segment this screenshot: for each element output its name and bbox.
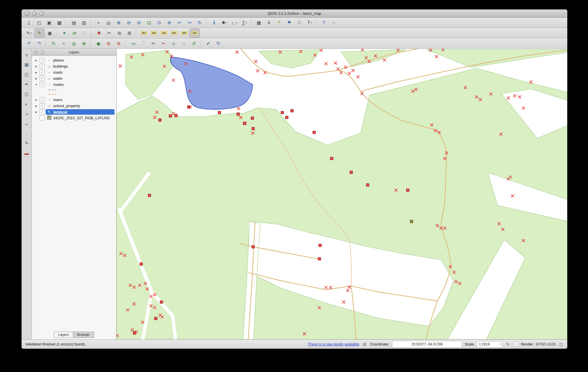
new-shapefile-layer-button[interactable]: ✎ xyxy=(23,140,31,147)
remove-layer-button[interactable]: ▬ xyxy=(23,149,31,157)
zoom-out-button[interactable]: ⊖ xyxy=(124,18,134,27)
delete-ring-button[interactable]: ⊘ xyxy=(104,39,113,48)
layer-item-school_property[interactable]: ▶✓▱school_property xyxy=(32,103,116,109)
layer-item-routes[interactable]: ▼✓~routes xyxy=(32,81,116,88)
delete-selected-button[interactable]: ✖ xyxy=(94,29,104,37)
detach-panel-button[interactable]: ○ xyxy=(40,50,45,55)
expander-icon[interactable]: ▶ xyxy=(34,105,38,107)
rotate-point-symbols-button[interactable]: ↺ xyxy=(189,39,199,48)
layer-visibility-checkbox[interactable]: ✓ xyxy=(40,97,45,102)
reshape-features-button[interactable]: ↝ xyxy=(128,39,138,48)
identify-features-button[interactable]: ℹ xyxy=(209,18,219,27)
add-postgis-layer-button[interactable]: ◫ xyxy=(23,71,31,78)
save-project-as-button[interactable]: ▩ xyxy=(55,18,64,27)
expander-icon[interactable]: ▶ xyxy=(34,77,38,80)
redo-button[interactable]: ↷ xyxy=(34,39,44,48)
layer-visibility-checkbox[interactable]: ✓ xyxy=(40,82,45,87)
refresh-button[interactable]: ↻ xyxy=(214,39,223,48)
layer-item-3420C_2010_327_RGB_LATLNG[interactable]: 3420C_2010_327_RGB_LATLNG xyxy=(32,115,116,121)
add-wcs-layer-button[interactable]: ◑ xyxy=(23,110,31,118)
expander-icon[interactable]: ▶ xyxy=(34,65,38,68)
zoom-full-extent-button[interactable]: ⊡ xyxy=(144,18,154,27)
zoom-to-layer-button[interactable]: ⊚ xyxy=(164,18,174,27)
close-panel-button[interactable]: × xyxy=(34,50,38,55)
paste-features-button[interactable]: ⊞ xyxy=(125,29,134,37)
merge-attributes-button[interactable]: ∩ xyxy=(179,39,188,48)
zoom-in-button[interactable]: ⊕ xyxy=(114,18,123,27)
plugin-manager-icon[interactable]: ⊞ xyxy=(362,341,367,347)
labeling-button[interactable]: abc xyxy=(139,29,149,37)
expander-icon[interactable]: ▶ xyxy=(34,71,38,74)
simplify-feature-button[interactable]: ≈ xyxy=(59,39,69,48)
add-vector-layer-button[interactable]: V xyxy=(23,51,31,59)
field-calculator-button[interactable]: # xyxy=(264,18,274,27)
layer-visibility-checkbox[interactable]: ✓ xyxy=(40,64,45,69)
save-layer-edits-button[interactable]: ▣ xyxy=(45,29,55,37)
offset-curve-button[interactable]: ⌒ xyxy=(138,39,148,48)
move-feature-button[interactable]: ⇄ xyxy=(70,29,79,37)
text-annotation-button[interactable]: T▾ xyxy=(305,18,314,27)
zoom-last-button[interactable]: ↩ xyxy=(175,18,184,27)
layer-item-buildings[interactable]: ▶✓▱buildings xyxy=(32,63,116,69)
zoom-window-button[interactable] xyxy=(39,11,44,16)
layer-item-water[interactable]: ▶✓▱water xyxy=(32,75,116,81)
label-move-button[interactable]: abc xyxy=(169,29,179,37)
expander-icon[interactable]: ▶ xyxy=(34,98,38,101)
zoom-next-button[interactable]: ↪ xyxy=(185,18,194,27)
attribute-table-button[interactable]: ▦ xyxy=(254,18,264,27)
label-pin-button[interactable]: abc xyxy=(149,29,159,37)
current-edits-button[interactable]: ✎▾ xyxy=(24,29,34,37)
layer-visibility-checkbox[interactable]: ✓ xyxy=(40,58,45,63)
map-canvas[interactable] xyxy=(117,49,567,339)
show-bookmarks-button[interactable]: ⚐ xyxy=(295,18,304,27)
add-wms-layer-button[interactable]: ◐ xyxy=(23,100,31,108)
copy-features-button[interactable]: ⧉ xyxy=(114,29,124,37)
add-mssql-layer-button[interactable]: ◫ xyxy=(23,90,31,98)
label-show-hide-button[interactable]: abc xyxy=(159,29,169,37)
map-tips-button[interactable]: ❝ xyxy=(274,18,284,27)
new-bookmark-button[interactable]: ⚑ xyxy=(284,18,294,27)
tab-layers[interactable]: Layers xyxy=(54,332,73,338)
split-features-button[interactable]: ✂ xyxy=(149,39,158,48)
label-rotate-button[interactable]: abc xyxy=(180,29,189,37)
add-wfs-layer-button[interactable]: ◒ xyxy=(23,120,31,127)
close-window-button[interactable] xyxy=(25,11,29,16)
expander-icon[interactable]: ▶ xyxy=(34,111,38,114)
layer-visibility-checkbox[interactable]: ✓ xyxy=(40,103,45,108)
help-contents-button[interactable]: ? xyxy=(319,18,329,27)
open-project-button[interactable]: ◰ xyxy=(34,18,44,27)
label-properties-button[interactable]: abc xyxy=(190,29,200,38)
expander-icon[interactable]: ▶ xyxy=(34,59,38,62)
rotate-feature-button[interactable]: ↻ xyxy=(49,39,58,48)
layer-item-roads[interactable]: ▶✓~roads xyxy=(32,69,116,75)
new-project-button[interactable]: ▯ xyxy=(24,18,34,27)
zoom-actual-size-button[interactable]: ⊜ xyxy=(134,18,144,27)
pan-map-button[interactable]: ⌖ xyxy=(94,18,103,27)
toggle-editing-button[interactable]: ✎ xyxy=(34,29,45,38)
measure-button[interactable]: ∟▾ xyxy=(230,18,239,27)
scale-edit-icon[interactable]: ✎ xyxy=(505,341,511,347)
delete-part-button[interactable]: ⊖ xyxy=(114,39,123,48)
layer-visibility-checkbox[interactable]: ✓ xyxy=(40,76,45,81)
new-print-composer-button[interactable]: ▤ xyxy=(69,18,79,27)
pan-to-selection-button[interactable]: ◎ xyxy=(104,18,113,27)
merge-features-button[interactable]: ∪ xyxy=(169,39,178,48)
scale-combo[interactable]: 1:2819 ▾ xyxy=(477,341,503,347)
add-part-button[interactable]: ⊕ xyxy=(79,39,89,48)
layer-item-landuse[interactable]: ▶✓✎landuse xyxy=(32,109,116,115)
render-checkbox[interactable]: ✓ xyxy=(513,342,518,347)
whats-this-button[interactable]: ☞ xyxy=(329,18,339,27)
add-spatialite-layer-button[interactable]: ✒ xyxy=(23,81,31,88)
layer-item-rivers[interactable]: ▶✓~rivers xyxy=(32,97,116,103)
zoom-to-selection-button[interactable]: ⊙ xyxy=(154,18,164,27)
coordinate-input[interactable] xyxy=(392,341,462,348)
fill-ring-button[interactable]: ◉ xyxy=(94,39,103,48)
cut-features-button[interactable]: ✂ xyxy=(104,29,114,37)
minimize-window-button[interactable] xyxy=(32,11,37,16)
statistical-summary-button[interactable]: ∑▾ xyxy=(240,18,249,27)
add-raster-layer-button[interactable]: ▦ xyxy=(23,61,31,68)
expander-icon[interactable]: ▼ xyxy=(34,83,38,86)
layer-visibility-checkbox[interactable]: ✓ xyxy=(40,109,45,114)
add-ring-button[interactable]: ◎ xyxy=(69,39,79,48)
add-delimited-text-layer-button[interactable]: , xyxy=(23,130,31,137)
